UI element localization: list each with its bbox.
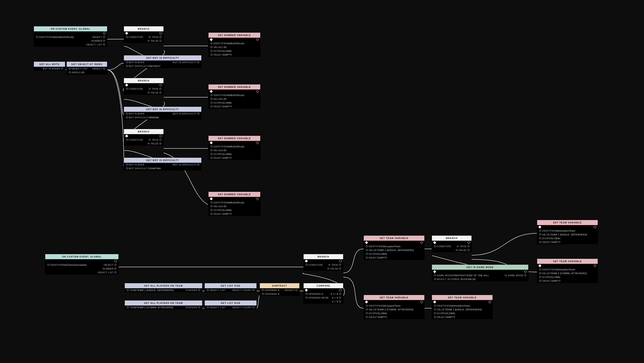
exec-in-icon[interactable] — [305, 260, 308, 263]
node-header[interactable]: GET BOT IS DIFFICULTY — [124, 158, 201, 163]
input-pin-icon[interactable] — [207, 306, 209, 308]
input-pin-icon[interactable] — [539, 280, 541, 282]
node-header[interactable]: BRANCH — [304, 254, 343, 259]
exec-out-icon[interactable] — [467, 241, 470, 244]
exec-out-icon[interactable] — [256, 141, 259, 144]
output-pin-icon[interactable] — [468, 249, 470, 251]
input-pin-icon[interactable] — [366, 316, 368, 318]
node-snv2[interactable]: SET NUMBER VARIABLEIDENTIFIERbbBotDiffic… — [208, 84, 260, 109]
node-stv4[interactable]: SET TEAM VARIABLEIDENTIFIERbbSmallestTea… — [537, 220, 598, 244]
exec-out-icon[interactable] — [594, 225, 596, 228]
node-snv1[interactable]: SET NUMBER VARIABLEIDENTIFIERbbBotDiffic… — [208, 33, 260, 57]
node-branch3[interactable]: BRANCHCONDITIONIF TRUEIF FALSE — [124, 129, 164, 146]
exec-in-icon[interactable] — [210, 38, 213, 41]
output-pin-icon[interactable] — [160, 40, 161, 42]
input-pin-icon[interactable] — [306, 297, 308, 298]
node-header[interactable]: GET IS GAME MODE — [432, 265, 528, 270]
node-stv2[interactable]: SET TEAM VARIABLEIDENTIFIERbbLargestTeam… — [364, 295, 424, 319]
exec-in-icon[interactable] — [210, 141, 213, 144]
input-pin-icon[interactable] — [539, 272, 541, 274]
node-gap2[interactable]: GET ALL PLAYERS ON TEAMTEAMTEAM 2 [COBRA… — [124, 300, 202, 309]
input-pin-icon[interactable] — [366, 245, 368, 247]
node-gls1[interactable]: GET LIST SIZEOBJECT LISTOBJECT COUNT — [204, 283, 257, 292]
node-header[interactable]: SET NUMBER VARIABLE — [208, 192, 260, 197]
input-pin-icon[interactable] — [210, 102, 212, 104]
output-pin-icon[interactable] — [524, 274, 526, 276]
exec-in-icon[interactable] — [305, 289, 308, 292]
input-pin-icon[interactable] — [210, 209, 212, 211]
input-pin-icon[interactable] — [366, 305, 368, 306]
input-pin-icon[interactable] — [539, 268, 541, 270]
node-gm[interactable]: GET IS GAME MODEGAME MODEFIREFIGHT:KING … — [432, 264, 528, 281]
input-pin-icon[interactable] — [262, 289, 264, 291]
node-gap1[interactable]: GET ALL PLAYERS ON TEAMTEAMTEAM 1 [EAGLE… — [124, 283, 202, 292]
node-header[interactable]: BRANCH — [124, 26, 164, 31]
node-branch1[interactable]: BRANCHCONDITIONIF TRUEIF FALSE — [124, 26, 164, 43]
node-snv4[interactable]: SET NUMBER VARIABLEIDENTIFIERbbBotDiffic… — [208, 192, 260, 216]
input-pin-icon[interactable] — [366, 253, 368, 255]
node-cmp[interactable]: COMPAREOPERAND AA == BOPERAND B0.00A > B… — [304, 283, 343, 304]
node-ev1[interactable]: ON CUSTOM EVENT, GLOBALIDENTIFIERbbGetBo… — [34, 26, 107, 47]
exec-in-icon[interactable] — [433, 241, 436, 244]
exec-in-icon[interactable] — [538, 264, 541, 267]
node-header[interactable]: COMPARE — [304, 283, 343, 288]
exec-in-icon[interactable] — [125, 84, 128, 87]
input-pin-icon[interactable] — [210, 54, 212, 56]
node-stv3[interactable]: SET TEAM VARIABLEIDENTIFIERbbSmallestTea… — [432, 295, 493, 319]
exec-out-icon[interactable] — [594, 264, 596, 267]
node-header[interactable]: ON CUSTOM EVENT, GLOBAL — [45, 254, 118, 259]
exec-out-icon[interactable] — [159, 135, 162, 138]
node-header[interactable]: GET LIST SIZE — [205, 300, 256, 305]
output-pin-icon[interactable] — [339, 297, 341, 298]
input-pin-icon[interactable] — [210, 213, 212, 215]
input-pin-icon[interactable] — [434, 312, 436, 314]
input-pin-icon[interactable] — [210, 98, 212, 100]
output-pin-icon[interactable] — [198, 306, 200, 308]
input-pin-icon[interactable] — [210, 46, 212, 48]
node-header[interactable]: SET NUMBER VARIABLE — [208, 33, 260, 38]
exec-in-icon[interactable] — [365, 300, 368, 303]
output-pin-icon[interactable] — [339, 268, 341, 269]
node-sub[interactable]: SUBTRACTOPERAND ARESULTOPERAND B — [260, 283, 300, 296]
input-pin-icon[interactable] — [366, 308, 368, 310]
node-stv5[interactable]: SET TEAM VARIABLEIDENTIFIERbbSmallestTea… — [537, 259, 598, 283]
output-pin-icon[interactable] — [296, 289, 297, 291]
node-header[interactable]: SET TEAM VARIABLE — [432, 295, 492, 300]
input-pin-icon[interactable] — [434, 274, 436, 276]
output-pin-icon[interactable] — [114, 271, 116, 273]
exec-out-icon[interactable] — [339, 289, 342, 292]
input-pin-icon[interactable] — [434, 278, 436, 280]
node-header[interactable]: GET BOT IS DIFFICULTY — [124, 55, 201, 61]
input-pin-icon[interactable] — [539, 233, 541, 235]
input-pin-icon[interactable] — [210, 201, 212, 203]
output-pin-icon[interactable] — [468, 245, 470, 247]
output-pin-icon[interactable] — [160, 139, 161, 141]
node-header[interactable]: GET BOT IS DIFFICULTY — [124, 107, 201, 112]
input-pin-icon[interactable] — [126, 65, 128, 67]
output-pin-icon[interactable] — [61, 68, 63, 70]
input-pin-icon[interactable] — [306, 293, 308, 295]
node-header[interactable]: BRANCH — [124, 78, 164, 83]
output-pin-icon[interactable] — [197, 164, 199, 166]
output-pin-icon[interactable] — [114, 268, 116, 269]
output-pin-icon[interactable] — [252, 306, 254, 308]
input-pin-icon[interactable] — [126, 61, 128, 63]
node-branch5[interactable]: BRANCHCONDITIONIF TRUEIF FALSE — [432, 235, 472, 252]
node-header[interactable]: BRANCH — [432, 236, 472, 241]
input-pin-icon[interactable] — [539, 276, 541, 278]
exec-out-icon[interactable] — [256, 90, 259, 93]
input-pin-icon[interactable] — [539, 241, 541, 243]
input-pin-icon[interactable] — [210, 157, 212, 159]
node-header[interactable]: SET TEAM VARIABLE — [364, 236, 424, 241]
node-header[interactable]: SET TEAM VARIABLE — [364, 295, 424, 300]
exec-in-icon[interactable] — [365, 241, 368, 244]
exec-in-icon[interactable] — [210, 90, 213, 93]
exec-in-icon[interactable] — [125, 32, 128, 35]
output-pin-icon[interactable] — [339, 264, 341, 266]
output-pin-icon[interactable] — [197, 61, 199, 63]
input-pin-icon[interactable] — [434, 245, 436, 247]
exec-out-icon[interactable] — [159, 84, 162, 87]
output-pin-icon[interactable] — [103, 36, 105, 38]
node-header[interactable]: GET OBJECT AT INDEX — [67, 62, 107, 67]
node-header[interactable]: GET ALL PLAYERS ON TEAM — [125, 300, 202, 305]
